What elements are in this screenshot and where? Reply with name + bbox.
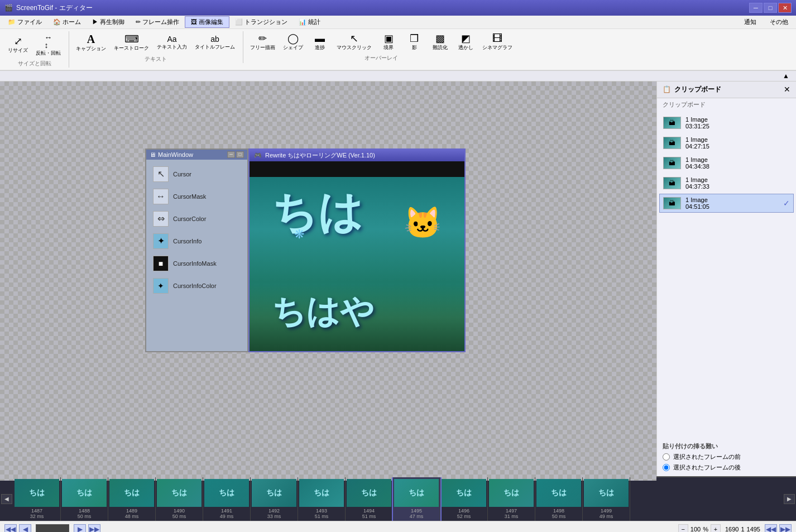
- clipboard-thumb-1: 🏔: [663, 117, 681, 129]
- timeline-info-1494: 1494 51 ms: [362, 508, 376, 519]
- keystroke-button[interactable]: ⌨ キーストローク: [111, 31, 152, 54]
- shadow-icon: ❒: [410, 33, 419, 44]
- canvas-area: 🖥 MainWindow ─ □ ↖ Cursor ↔: [0, 82, 656, 481]
- menu-stats[interactable]: 📊 統計: [293, 17, 326, 27]
- cursor-label-info: CursorInfo: [173, 238, 202, 245]
- mw-minimize-btn[interactable]: ─: [227, 151, 235, 158]
- menu-other[interactable]: その他: [764, 17, 794, 27]
- obfuscate-button[interactable]: ▩ 難読化: [428, 31, 452, 53]
- clipboard-item-5[interactable]: 🏔 1 Image 04:51:05 ✓: [659, 194, 794, 213]
- frame-prev-btn[interactable]: ◀: [19, 524, 31, 532]
- zoom-in-btn[interactable]: +: [711, 524, 721, 532]
- cinemagraph-button[interactable]: 🎞 シネマグラフ: [479, 31, 516, 53]
- timeline-frame-1497[interactable]: ちは 1497 31 ms: [488, 477, 535, 521]
- clipboard-item-4[interactable]: 🏔 1 Image 04:37:33: [659, 174, 794, 193]
- menu-home[interactable]: 🏠 ホーム: [47, 17, 87, 27]
- text-group-label: テキスト: [73, 55, 238, 63]
- cursor-item-cursor[interactable]: ↖ Cursor: [151, 164, 243, 184]
- text-input-button[interactable]: Aa テキスト入力: [154, 31, 190, 54]
- cursor-item-info-color[interactable]: ✦ CursorInfoColor: [151, 276, 243, 296]
- timeline-frame-1493[interactable]: ちは 1493 51 ms: [298, 477, 346, 521]
- cursor-item-mask[interactable]: ↔ CursorMask: [151, 186, 243, 207]
- timeline-frame-1490[interactable]: ちは 1490 50 ms: [156, 477, 203, 521]
- timeline-frame-1488[interactable]: ちは 1488 50 ms: [61, 477, 108, 521]
- cursor-thumb-cursor: ↖: [153, 166, 169, 182]
- toolbar-group-inner-size: ⤢ リサイズ ↔↕ 反転・回転 サイズと回転: [4, 31, 64, 68]
- timeline-thumb-1495: ちは: [394, 479, 439, 507]
- transparency-button[interactable]: ◩ 透かし: [453, 31, 478, 53]
- frame-first-btn[interactable]: ◀◀: [4, 524, 17, 532]
- timeline-thumb-1490: ちは: [157, 479, 202, 507]
- timeline-scroll-left[interactable]: ◀: [1, 494, 12, 504]
- cursor-item-info[interactable]: ✦ CursorInfo: [151, 231, 243, 251]
- free-draw-button[interactable]: ✏ フリー描画: [247, 31, 279, 53]
- progress-button[interactable]: ▬ 進捗: [308, 31, 332, 53]
- timeline-ms-1496: 52 ms: [457, 514, 471, 519]
- clipboard-item-1[interactable]: 🏔 1 Image 03:31:25: [659, 113, 794, 132]
- frame-nav-bottom: ◀◀ ▶▶: [765, 524, 792, 532]
- timeline-thumb-text-1487: ちは: [29, 488, 45, 498]
- zoom-area: − 100 % +: [678, 524, 721, 532]
- clipboard-thumb-icon-1: 🏔: [669, 119, 675, 127]
- caption-button[interactable]: A キャプション: [73, 31, 109, 54]
- cursor-item-info-mask[interactable]: ■ CursorInfoMask: [151, 253, 243, 274]
- shape-button[interactable]: ◯ シェイプ: [280, 31, 306, 53]
- resize-button[interactable]: ⤢ リサイズ: [4, 31, 31, 59]
- cursor-item-color[interactable]: ⇔ CursorColor: [151, 209, 243, 229]
- timeline-frame-1489[interactable]: ちは 1489 48 ms: [108, 477, 156, 521]
- timeline-frame-1495[interactable]: ちは 1495 47 ms: [393, 477, 440, 521]
- menu-file[interactable]: 📁 ファイル: [2, 17, 47, 27]
- radio-before[interactable]: 選択されたフレームの前: [663, 453, 790, 461]
- frame-last-btn[interactable]: ▶▶: [88, 524, 100, 532]
- menu-right: 通知 その他: [739, 17, 794, 27]
- radio-before-input[interactable]: [663, 453, 670, 461]
- timeline-thumb-1489: ちは: [109, 479, 154, 507]
- timeline-frame-1496[interactable]: ちは 1496 52 ms: [440, 477, 488, 521]
- close-button[interactable]: ✕: [778, 3, 792, 13]
- radio-after[interactable]: 選択されたフレームの後: [663, 463, 790, 472]
- right-panel-close-button[interactable]: ✕: [784, 85, 790, 94]
- menu-notify[interactable]: 通知: [739, 17, 762, 27]
- border-button[interactable]: ▣ 境界: [376, 31, 401, 53]
- timeline-frame-1498[interactable]: ちは 1498 50 ms: [535, 477, 583, 521]
- toolbar-buttons-overlay: ✏ フリー描画 ◯ シェイプ ▬ 進捗 ↖ マウスクリック ▣ 境界: [247, 31, 516, 53]
- timeline-frame-1492[interactable]: ちは 1492 33 ms: [251, 477, 298, 521]
- game-text-top: ちは: [272, 183, 363, 243]
- timeline-frame-1491[interactable]: ちは 1491 49 ms: [203, 477, 251, 521]
- mouse-click-button[interactable]: ↖ マウスクリック: [333, 31, 375, 53]
- timeline-framenum-1495: 1495: [411, 508, 422, 514]
- timeline-thumb-1492: ちは: [252, 479, 296, 507]
- shape-icon: ◯: [287, 33, 299, 44]
- title-frame-button[interactable]: ab タイトルフレーム: [191, 31, 238, 54]
- clipboard-item-3[interactable]: 🏔 1 Image 04:34:38: [659, 154, 794, 172]
- shadow-button[interactable]: ❒ 影: [402, 31, 426, 53]
- minimize-button[interactable]: ─: [749, 3, 763, 13]
- timeline-ms-1490: 50 ms: [172, 514, 186, 519]
- timeline-ms-1499: 49 ms: [600, 514, 613, 519]
- menu-frame-ops[interactable]: ✏ フレーム操作: [130, 17, 185, 27]
- timeline-ms-1494: 51 ms: [362, 514, 376, 519]
- frame-jump-prev-btn[interactable]: ◀◀: [765, 524, 777, 532]
- menu-playback[interactable]: ▶ 再生制御: [87, 17, 130, 27]
- cinemagraph-label: シネマグラフ: [482, 45, 512, 51]
- toolbar-group-overlay: ✏ フリー描画 ◯ シェイプ ▬ 進捗 ↖ マウスクリック ▣ 境界: [247, 31, 520, 62]
- flip-button[interactable]: ↔↕ 反転・回転: [32, 31, 64, 59]
- timeline-frame-1494[interactable]: ちは 1494 51 ms: [346, 477, 393, 521]
- toolbar-group-text: A キャプション ⌨ キーストローク Aa テキスト入力 ab タイトルフレーム…: [73, 31, 243, 63]
- frame-next-btn[interactable]: ▶: [74, 524, 86, 532]
- mw-maximize-btn[interactable]: □: [236, 151, 244, 158]
- main-window-title: MainWindow: [158, 151, 193, 158]
- timeline-frame-1499[interactable]: ちは 1499 49 ms: [583, 477, 630, 521]
- radio-after-input[interactable]: [663, 464, 670, 471]
- timeline-frame-1487[interactable]: ちは 1487 32 ms: [13, 477, 61, 521]
- frame-jump-next-btn[interactable]: ▶▶: [779, 524, 792, 532]
- menu-transition[interactable]: ⬜ トランジション: [229, 17, 293, 27]
- timeline-framenum-1494: 1494: [363, 508, 375, 514]
- timeline-scroll-right[interactable]: ▶: [784, 494, 795, 504]
- menu-image-edit[interactable]: 🖼 画像編集: [185, 16, 229, 28]
- clipboard-item-2[interactable]: 🏔 1 Image 04:27:15: [659, 133, 794, 152]
- toolbar-group-size-rotate: ⤢ リサイズ ↔↕ 反転・回転 サイズと回転: [4, 31, 69, 68]
- maximize-button[interactable]: □: [764, 3, 777, 13]
- expand-button[interactable]: ▲: [780, 70, 792, 82]
- zoom-out-btn[interactable]: −: [678, 524, 688, 532]
